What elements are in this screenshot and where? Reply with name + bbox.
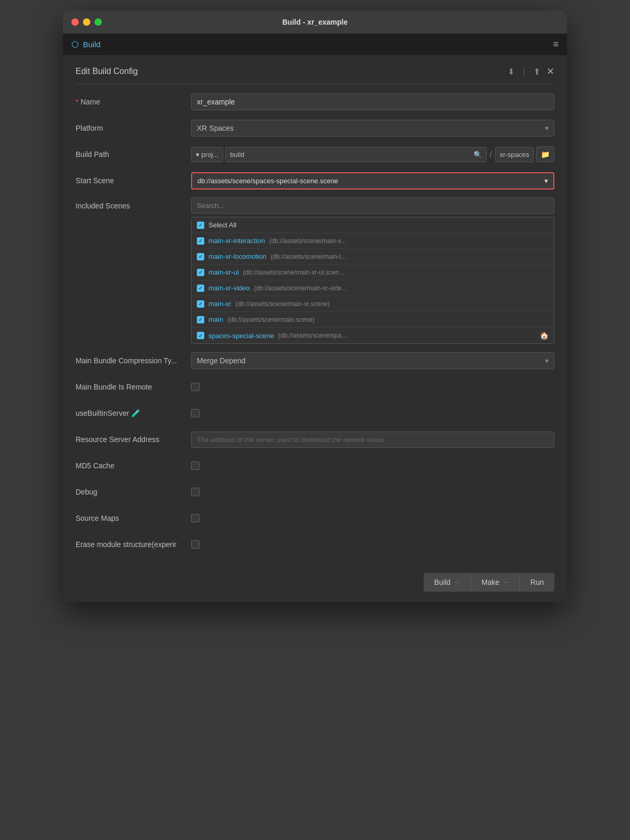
scene-path-6: (db://assets/scene/spa... xyxy=(278,332,346,339)
build-button[interactable]: Build → xyxy=(424,573,470,592)
bundle-compression-control: Merge Depend ▾ xyxy=(191,352,554,369)
scene-checkbox-6[interactable]: ✓ xyxy=(197,332,204,339)
scene-checkbox-5[interactable]: ✓ xyxy=(197,316,204,323)
list-item[interactable]: ✓ main (db://assets/scene/main.scene) xyxy=(192,312,554,328)
name-input[interactable]: xr_example xyxy=(191,93,554,110)
erase-module-row: Erase module structure(experir xyxy=(76,535,554,554)
platform-control: XR Spaces ▾ xyxy=(191,120,554,136)
name-label: *Name xyxy=(76,98,191,106)
menu-bar-label[interactable]: Build xyxy=(83,40,100,49)
included-scenes-label: Included Scenes xyxy=(76,197,191,210)
scene-path-5: (db://assets/scene/main.scene) xyxy=(227,316,314,323)
home-icon: 🏠 xyxy=(540,331,549,340)
build-path-row: Build Path ▾ proj... build 🔍 / xr-spaces… xyxy=(76,145,554,164)
md5-cache-checkbox[interactable] xyxy=(191,461,200,470)
scene-search-input[interactable]: Search... xyxy=(191,197,554,214)
panel-title: Edit Build Config xyxy=(76,67,138,76)
scene-checkbox-2[interactable]: ✓ xyxy=(197,269,204,276)
scene-path-4: (db://assets/scene/main-xr.scene) xyxy=(235,300,329,308)
scene-list: ✓ Select All ✓ main-xr-interaction (db:/… xyxy=(191,217,554,344)
md5-cache-label: MD5 Cache xyxy=(76,461,191,470)
folder-icon[interactable]: 📁 xyxy=(536,146,554,162)
scene-name-5: main xyxy=(208,316,223,323)
bundle-compression-dropdown[interactable]: Merge Depend ▾ xyxy=(191,352,554,369)
resource-server-row: Resource Server Address The address of t… xyxy=(76,430,554,449)
scene-checkbox-4[interactable]: ✓ xyxy=(197,300,204,308)
md5-cache-row: MD5 Cache xyxy=(76,456,554,475)
search-icon: 🔍 xyxy=(474,151,482,159)
list-item[interactable]: ✓ main-xr-ui (db://assets/scene/main-xr-… xyxy=(192,265,554,280)
start-scene-dropdown[interactable]: db://assets/scene/spaces-special-scene.s… xyxy=(191,172,554,190)
use-builtin-server-checkbox[interactable] xyxy=(191,409,200,417)
build-path-xrspaces[interactable]: xr-spaces xyxy=(495,147,534,162)
included-scenes-row: Included Scenes Search... ✓ Select All ✓… xyxy=(76,197,554,344)
platform-dropdown[interactable]: XR Spaces ▾ xyxy=(191,120,554,136)
bottom-actions: Build → Make → Run xyxy=(76,566,554,592)
menu-bar-left: ⬡ Build xyxy=(71,39,100,49)
bundle-is-remote-checkbox[interactable] xyxy=(191,383,200,391)
close-button[interactable]: ✕ xyxy=(547,66,554,77)
scene-checkbox-1[interactable]: ✓ xyxy=(197,253,204,260)
run-button[interactable]: Run xyxy=(520,573,554,592)
start-scene-control: db://assets/scene/spaces-special-scene.s… xyxy=(191,172,554,190)
scene-name-0: main-xr-interaction xyxy=(208,237,265,245)
scene-name-3: main-xr-video xyxy=(208,284,250,292)
debug-checkbox[interactable] xyxy=(191,488,200,496)
bundle-compression-value: Merge Depend xyxy=(197,356,246,365)
scene-name-6: spaces-special-scene xyxy=(208,332,274,340)
name-control: xr_example xyxy=(191,93,554,110)
bundle-is-remote-row: Main Bundle Is Remote xyxy=(76,377,554,396)
select-all-checkbox[interactable]: ✓ xyxy=(197,222,204,229)
divider: | xyxy=(523,67,525,76)
scene-name-2: main-xr-ui xyxy=(208,268,239,276)
list-item[interactable]: ✓ spaces-special-scene (db://assets/scen… xyxy=(192,328,554,343)
content-area: Edit Build Config ⬇ | ⬆ ✕ *Name xr_examp… xyxy=(63,55,567,602)
use-builtin-server-label: useBuiltinServer 🧪 xyxy=(76,409,191,417)
scene-path-0: (db://assets/scene/main-x... xyxy=(269,237,346,245)
scene-name-4: main-xr xyxy=(208,300,231,308)
source-maps-checkbox[interactable] xyxy=(191,514,200,522)
title-bar: Build - xr_example xyxy=(63,10,567,34)
included-scenes-control: Search... ✓ Select All ✓ main-xr-interac… xyxy=(191,197,554,344)
erase-module-checkbox[interactable] xyxy=(191,540,200,549)
scene-path-2: (db://assets/scene/main-xr-ui.scen... xyxy=(243,269,344,276)
scene-path-1: (db://assets/scene/main-l... xyxy=(271,253,346,260)
list-item[interactable]: ✓ main-xr (db://assets/scene/main-xr.sce… xyxy=(192,296,554,312)
menu-bar: ⬡ Build ≡ xyxy=(63,34,567,55)
minimize-traffic-light[interactable] xyxy=(83,18,90,26)
panel-actions: ⬇ | ⬆ ✕ xyxy=(508,66,554,77)
scene-checkbox-0[interactable]: ✓ xyxy=(197,237,204,245)
close-traffic-light[interactable] xyxy=(71,18,79,26)
build-path-proj[interactable]: ▾ proj... xyxy=(191,147,223,162)
erase-module-label: Erase module structure(experir xyxy=(76,540,191,549)
build-path-build[interactable]: build 🔍 xyxy=(225,147,487,162)
make-arrow-icon: → xyxy=(502,579,509,586)
window-title: Build - xr_example xyxy=(282,18,348,26)
bundle-compression-row: Main Bundle Compression Ty... Merge Depe… xyxy=(76,351,554,370)
source-maps-label: Source Maps xyxy=(76,514,191,522)
path-slash: / xyxy=(489,150,493,159)
debug-row: Debug xyxy=(76,482,554,501)
maximize-traffic-light[interactable] xyxy=(94,18,102,26)
name-row: *Name xr_example xyxy=(76,92,554,111)
make-button[interactable]: Make → xyxy=(471,573,519,592)
use-builtin-server-row: useBuiltinServer 🧪 xyxy=(76,404,554,423)
build-nav-icon: ⬡ xyxy=(71,39,79,49)
select-all-item[interactable]: ✓ Select All xyxy=(192,217,554,233)
import-icon[interactable]: ⬇ xyxy=(508,67,514,77)
list-item[interactable]: ✓ main-xr-locomotion (db://assets/scene/… xyxy=(192,249,554,265)
platform-value: XR Spaces xyxy=(197,124,234,132)
bundle-compression-chevron-icon: ▾ xyxy=(545,356,549,365)
start-scene-row: Start Scene db://assets/scene/spaces-spe… xyxy=(76,171,554,190)
resource-server-input[interactable]: The address of the server used to downlo… xyxy=(191,432,554,448)
export-icon[interactable]: ⬆ xyxy=(533,67,540,77)
scene-checkbox-3[interactable]: ✓ xyxy=(197,285,204,292)
hamburger-menu[interactable]: ≡ xyxy=(553,39,559,50)
platform-row: Platform XR Spaces ▾ xyxy=(76,119,554,138)
scene-path-3: (db://assets/scene/main-xr-vide... xyxy=(254,285,347,292)
list-item[interactable]: ✓ main-xr-video (db://assets/scene/main-… xyxy=(192,280,554,296)
scene-name-1: main-xr-locomotion xyxy=(208,253,267,260)
bundle-compression-label: Main Bundle Compression Ty... xyxy=(76,356,191,365)
platform-chevron-icon: ▾ xyxy=(545,124,549,132)
list-item[interactable]: ✓ main-xr-interaction (db://assets/scene… xyxy=(192,233,554,249)
